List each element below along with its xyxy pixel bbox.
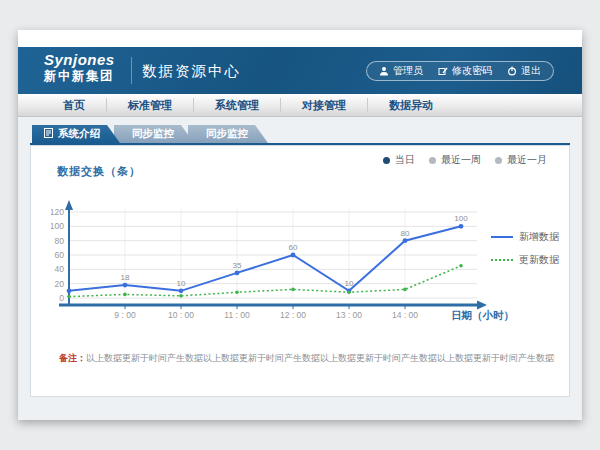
logout-label: 退出 [521,64,541,78]
header-divider [131,57,132,84]
tab-bar: 系统介绍 同步监控 同步监控 [32,125,268,143]
legend-line-solid-icon [491,236,513,238]
main-window: Synjones 新中新集团 数据资源中心 管理员 修改密码 [18,30,582,420]
svg-text:10: 10 [345,279,354,288]
footnote: 备注：以上数据更新于时间产生数据以上数据更新于时间产生数据以上数据更新于时间产生… [59,352,555,365]
radio-dot-icon [495,157,502,164]
legend-updated-data: 更新数据 [491,253,559,267]
svg-text:80: 80 [55,236,65,246]
chart-area: 0204060801001209 : 0010 : 0011 : 0012 : … [51,196,521,328]
app-header: Synjones 新中新集团 数据资源中心 管理员 修改密码 [18,47,582,94]
tab-label: 系统介绍 [58,127,100,141]
svg-text:11 : 00: 11 : 00 [224,310,250,320]
admin-user-label: 管理员 [393,64,423,78]
svg-text:120: 120 [51,207,64,217]
svg-text:35: 35 [233,261,242,270]
svg-text:9 : 00: 9 : 00 [114,310,136,320]
edit-icon [438,66,448,76]
radio-dot-icon [383,157,390,164]
legend-line-dotted-icon [491,259,513,261]
nav-item-standard-mgmt[interactable]: 标准管理 [107,98,194,112]
svg-text:100: 100 [454,214,468,223]
logo-text-cn: 新中新集团 [44,70,115,83]
svg-text:60: 60 [55,250,65,260]
change-password-button[interactable]: 修改密码 [438,64,492,78]
svg-text:80: 80 [401,229,410,238]
time-range-radios: 当日 最近一周 最近一月 [383,153,547,167]
line-chart: 0204060801001209 : 0010 : 0011 : 0012 : … [51,196,521,328]
admin-user-button[interactable]: 管理员 [379,64,423,78]
legend-new-data-label: 新增数据 [519,230,559,244]
nav-item-interface-mgmt[interactable]: 对接管理 [281,98,368,112]
radio-last-month-label: 最近一月 [507,153,547,167]
radio-today[interactable]: 当日 [383,153,415,167]
chart-panel: 当日 最近一周 最近一月 数据交换（条） 0204060801001209 : … [30,145,570,397]
radio-last-month[interactable]: 最近一月 [495,153,547,167]
tab-label: 同步监控 [206,127,248,141]
radio-today-label: 当日 [395,153,415,167]
svg-text:日期（小时）: 日期（小时） [451,309,514,322]
user-toolbar: 管理员 修改密码 退出 [366,61,554,81]
svg-text:100: 100 [51,221,64,231]
tab-system-intro[interactable]: 系统介绍 [32,125,120,143]
chart-legend: 新增数据 更新数据 [491,230,559,267]
document-icon [44,128,53,140]
legend-new-data: 新增数据 [491,230,559,244]
nav-item-home[interactable]: 首页 [42,98,107,112]
logout-button[interactable]: 退出 [507,64,541,78]
page-title: 数据资源中心 [142,62,241,81]
company-logo: Synjones 新中新集团 [44,52,115,83]
tab-sync-monitor-2[interactable]: 同步监控 [188,125,268,143]
svg-text:40: 40 [55,264,65,274]
svg-text:14 : 00: 14 : 00 [392,310,418,320]
svg-text:0: 0 [59,293,64,303]
top-white-strip [18,30,582,47]
radio-last-week[interactable]: 最近一周 [429,153,481,167]
svg-text:60: 60 [289,243,298,252]
tab-label: 同步监控 [132,127,174,141]
main-nav: 首页 标准管理 系统管理 对接管理 数据异动 [18,94,582,117]
svg-text:12 : 00: 12 : 00 [280,310,306,320]
svg-text:13 : 00: 13 : 00 [336,310,362,320]
footnote-prefix: 备注： [59,353,86,363]
footnote-text: 以上数据更新于时间产生数据以上数据更新于时间产生数据以上数据更新于时间产生数据以… [86,353,555,363]
logo-text-en: Synjones [44,52,115,68]
nav-item-system-mgmt[interactable]: 系统管理 [194,98,281,112]
y-axis-title: 数据交换（条） [57,164,141,179]
svg-text:10: 10 [177,279,186,288]
legend-updated-data-label: 更新数据 [519,253,559,267]
svg-text:10 : 00: 10 : 00 [168,310,194,320]
svg-text:18: 18 [121,273,130,282]
radio-dot-icon [429,157,436,164]
svg-text:20: 20 [55,279,65,289]
radio-last-week-label: 最近一周 [441,153,481,167]
tab-sync-monitor-1[interactable]: 同步监控 [114,125,194,143]
user-icon [379,66,389,76]
nav-item-data-change[interactable]: 数据异动 [368,98,454,112]
logout-icon [507,66,517,76]
change-password-label: 修改密码 [452,64,492,78]
